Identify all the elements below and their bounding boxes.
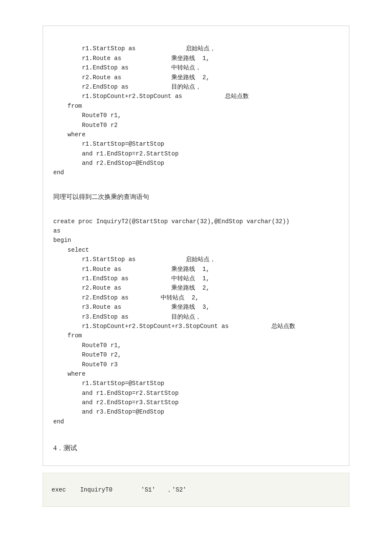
line-route2: r2.Route as 乘坐路线 2,	[53, 74, 210, 81]
line-endstop2: r2.EndStop as 目的站点，	[53, 83, 201, 90]
proc2-line1: r1.StartStop as 启始站点，	[53, 256, 216, 263]
section4-heading: 4．测试	[53, 444, 339, 453]
proc2-where4: and r3.EndStop=@EndStop	[53, 408, 164, 415]
line-where1: r1.StartStop=@StartStop	[53, 141, 164, 147]
proc2-select: select	[53, 247, 89, 253]
proc2-line7: r3.EndStop as 目的站点，	[53, 313, 201, 320]
code-block-1: r1.StartStop as 启始站点， r1.Route as 乘坐路线 1…	[53, 35, 339, 187]
line-routet0-r2: RouteT0 r2	[53, 122, 118, 129]
proc2-line8: r1.StopCount+r2.StopCount+r3.StopCount a…	[53, 323, 295, 330]
exec-line: exec InquiryT0 'S1' ，'S2'	[52, 486, 186, 493]
proc2-line6: r3.Route as 乘坐路线 3,	[53, 304, 210, 311]
code-block-2: create proc InquiryT2(@StartStop varchar…	[53, 207, 339, 436]
line-where2: and r1.EndStop=r2.StartStop	[53, 150, 179, 157]
proc2-line5: r2.EndStop as 中转站点 2,	[53, 294, 199, 301]
line-from: from	[53, 103, 82, 109]
proc2-header: create proc InquiryT2(@StartStop varchar…	[53, 218, 290, 225]
proc2-as: as	[53, 227, 61, 234]
proc2-from2: RouteT0 r2,	[53, 351, 121, 358]
line-end1: end	[53, 169, 64, 176]
code-section-1: r1.StartStop as 启始站点， r1.Route as 乘坐路线 1…	[43, 26, 349, 466]
proc2-from3: RouteT0 r3	[53, 361, 118, 368]
main-content: r1.StartStop as 启始站点， r1.Route as 乘坐路线 1…	[0, 26, 392, 507]
line-route1: r1.Route as 乘坐路线 1,	[53, 55, 210, 62]
line-endstop: r1.EndStop as 中转站点，	[53, 64, 201, 71]
proc2-line3: r1.EndStop as 中转站点 1,	[53, 275, 210, 282]
proc2-where2: and r1.EndStop=r2.StartStop	[53, 390, 179, 397]
proc2-where3: and r2.EndStop=r3.StartStop	[53, 399, 179, 406]
line-where3: and r2.EndStop=@EndStop	[53, 160, 164, 167]
proc2-end: end	[53, 418, 64, 425]
exec-block: exec InquiryT0 'S1' ，'S2'	[43, 473, 349, 507]
proc2-where1: r1.StartStop=@StartStop	[53, 380, 164, 387]
proc2-where: where	[53, 371, 86, 377]
line-where: where	[53, 131, 86, 138]
proc2-from1: RouteT0 r1,	[53, 342, 121, 349]
line-startstop: r1.StartStop as 启始站点，	[53, 45, 216, 52]
proc2-from: from	[53, 332, 82, 339]
proc2-begin: begin	[53, 237, 71, 244]
prose-text: 同理可以得到二次换乘的查询语句	[53, 191, 339, 203]
line-routet0-r1: RouteT0 r1,	[53, 112, 121, 119]
line-stopcount: r1.StopCount+r2.StopCount as 总站点数	[53, 93, 249, 100]
proc2-line2: r1.Route as 乘坐路线 1,	[53, 266, 210, 273]
proc2-line4: r2.Route as 乘坐路线 2,	[53, 285, 210, 291]
